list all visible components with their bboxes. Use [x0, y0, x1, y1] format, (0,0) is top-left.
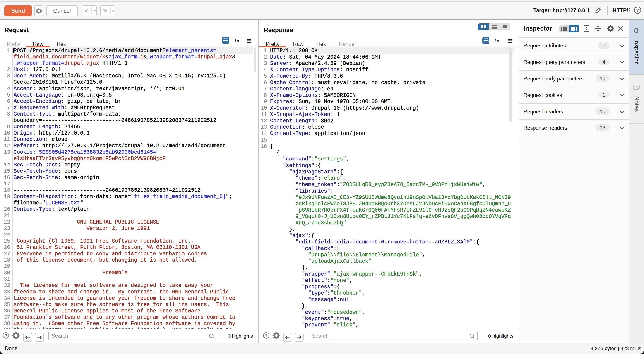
svg-text:?: ?	[636, 8, 639, 13]
svg-text:?: ?	[4, 333, 7, 338]
svg-text:?: ?	[265, 333, 268, 338]
